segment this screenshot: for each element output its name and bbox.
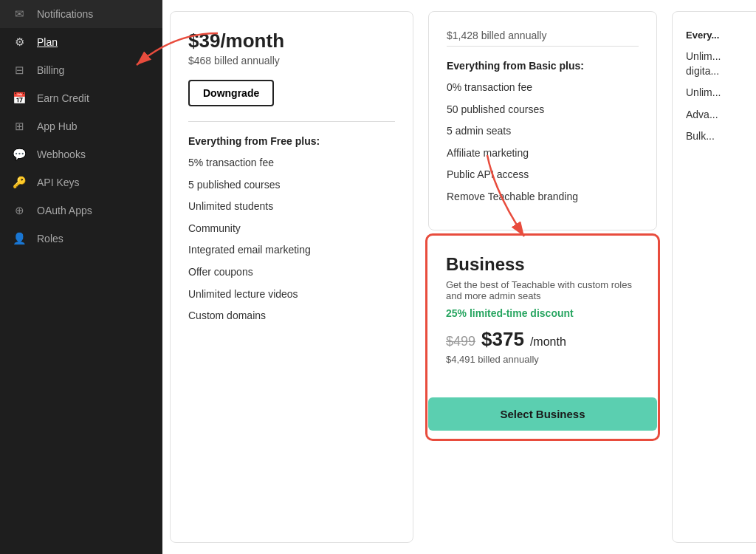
- basic-plan-card: $39/month $468 billed annually Downgrade…: [170, 11, 413, 543]
- mail-icon: ✉: [12, 7, 27, 21]
- sidebar: ✉ Notifications ⚙ Plan ⊟ Billing 📅 Earn …: [0, 0, 162, 554]
- key-icon: 🔑: [12, 176, 27, 189]
- enterprise-feature-3: Adva...: [686, 108, 756, 123]
- enterprise-plan-card: Every... Unlim...digita... Unlim... Adva…: [672, 11, 756, 543]
- pro-feature-5: Public API access: [447, 168, 639, 182]
- business-billed: $4,491 billed annually: [446, 354, 639, 365]
- sidebar-label-earn-credit: Earn Credit: [37, 92, 89, 104]
- basic-feature-7: Unlimited lecture videos: [188, 287, 395, 302]
- business-price-row: $499 $375 /month: [446, 328, 639, 351]
- pro-feature-1: 0% transaction fee: [447, 81, 639, 95]
- business-card-wrapper: Business Get the best of Teachable with …: [428, 236, 657, 438]
- pro-features-title: Everything from Basic plus:: [447, 60, 639, 72]
- list-icon: ⊟: [12, 64, 27, 77]
- business-price-period: /month: [530, 335, 566, 349]
- sidebar-item-app-hub[interactable]: ⊞ App Hub: [0, 112, 162, 140]
- sidebar-label-roles: Roles: [37, 233, 63, 244]
- basic-feature-8: Custom domains: [188, 309, 395, 324]
- sidebar-item-roles[interactable]: 👤 Roles: [0, 225, 162, 253]
- sidebar-label-webhooks: Webhooks: [37, 148, 86, 160]
- sidebar-item-notifications[interactable]: ✉ Notifications: [0, 0, 162, 28]
- pro-divider: [447, 46, 639, 47]
- sidebar-item-oauth-apps[interactable]: ⊕ OAuth Apps: [0, 196, 162, 225]
- grid-icon: ⊞: [12, 120, 27, 133]
- basic-feature-1: 5% transaction fee: [188, 156, 395, 171]
- basic-divider: [188, 121, 395, 122]
- basic-feature-4: Community: [188, 222, 395, 236]
- sidebar-label-billing: Billing: [37, 64, 64, 76]
- basic-features-title: Everything from Free plus:: [188, 135, 395, 147]
- sidebar-label-notifications: Notifications: [37, 8, 93, 20]
- sidebar-nav: ✉ Notifications ⚙ Plan ⊟ Billing 📅 Earn …: [0, 0, 162, 253]
- roles-icon: 👤: [12, 232, 27, 245]
- pro-plan-card: $1,428 billed annually Everything from B…: [428, 11, 657, 230]
- select-business-button[interactable]: Select Business: [428, 397, 657, 431]
- business-description: Get the best of Teachable with custom ro…: [446, 279, 639, 301]
- downgrade-button[interactable]: Downgrade: [188, 80, 274, 106]
- pro-feature-2: 50 published courses: [447, 103, 639, 117]
- enterprise-feature-4: Bulk...: [686, 129, 756, 144]
- basic-feature-2: 5 published courses: [188, 178, 395, 193]
- enterprise-features-title: Every...: [686, 30, 756, 41]
- oauth-icon: ⊕: [12, 204, 27, 217]
- plans-area: $39/month $468 billed annually Downgrade…: [162, 0, 756, 554]
- calendar-icon: 📅: [12, 92, 27, 105]
- enterprise-feature-2: Unlim...: [686, 86, 756, 100]
- basic-feature-6: Offer coupons: [188, 265, 395, 280]
- pro-feature-4: Affiliate marketing: [447, 146, 639, 161]
- sidebar-item-earn-credit[interactable]: 📅 Earn Credit: [0, 84, 162, 112]
- sidebar-item-plan[interactable]: ⚙ Plan: [0, 28, 162, 56]
- pro-billed: $1,428 billed annually: [447, 30, 639, 41]
- business-price-current: $375: [481, 328, 524, 351]
- select-business-wrapper: Select Business: [428, 397, 657, 431]
- basic-price: $39/month: [188, 30, 395, 52]
- sidebar-label-app-hub: App Hub: [37, 120, 77, 132]
- business-price-strike: $499: [446, 334, 475, 349]
- chat-icon: 💬: [12, 148, 27, 161]
- sidebar-label-oauth-apps: OAuth Apps: [37, 205, 92, 216]
- sidebar-item-api-keys[interactable]: 🔑 API Keys: [0, 168, 162, 196]
- basic-feature-3: Unlimited students: [188, 199, 395, 214]
- business-plan-card: Business Get the best of Teachable with …: [428, 236, 657, 397]
- gear-icon: ⚙: [12, 35, 27, 49]
- business-title: Business: [446, 254, 639, 275]
- main-content: $39/month $468 billed annually Downgrade…: [162, 0, 756, 554]
- sidebar-label-api-keys: API Keys: [37, 177, 80, 188]
- right-column: $1,428 billed annually Everything from B…: [421, 0, 664, 554]
- pro-feature-6: Remove Teachable branding: [447, 190, 639, 205]
- basic-billed: $468 billed annually: [188, 55, 395, 66]
- pro-feature-3: 5 admin seats: [447, 124, 639, 139]
- business-discount-label: 25% limited-time discount: [446, 307, 639, 319]
- sidebar-item-billing[interactable]: ⊟ Billing: [0, 56, 162, 84]
- sidebar-item-webhooks[interactable]: 💬 Webhooks: [0, 140, 162, 168]
- basic-feature-5: Integrated email marketing: [188, 243, 395, 258]
- enterprise-feature-1: Unlim...digita...: [686, 49, 756, 78]
- sidebar-label-plan: Plan: [37, 36, 58, 48]
